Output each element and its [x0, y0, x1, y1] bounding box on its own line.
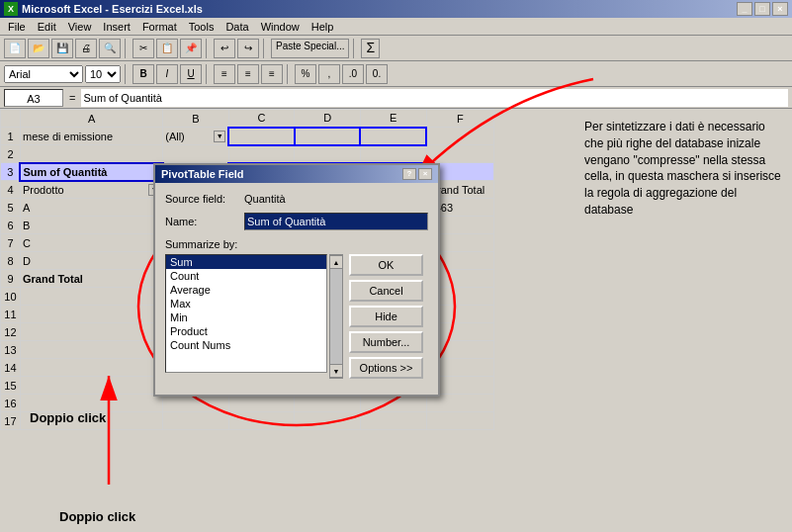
number-button[interactable]: Number... — [349, 331, 423, 353]
font-toolbar: Arial 10 B I U ≡ ≡ ≡ % , .0 0. — [0, 61, 792, 87]
percent-btn[interactable]: % — [295, 64, 316, 84]
sep3 — [263, 39, 267, 58]
align-right-btn[interactable]: ≡ — [261, 64, 283, 84]
menu-file[interactable]: File — [2, 20, 32, 34]
window-controls: _ □ × — [737, 2, 788, 16]
col-b-header[interactable]: B — [163, 110, 229, 128]
cell-b2[interactable] — [163, 145, 229, 163]
align-left-btn[interactable]: ≡ — [214, 64, 235, 84]
scroll-down-arrow[interactable]: ▼ — [329, 364, 343, 378]
cell-a6[interactable]: B — [20, 217, 162, 234]
col-d-header[interactable]: D — [295, 110, 361, 128]
italic-btn[interactable]: I — [156, 64, 178, 84]
print-btn[interactable]: 🖨 — [75, 39, 97, 58]
cell-a8[interactable]: D — [20, 252, 162, 270]
cell-e2[interactable] — [360, 145, 426, 163]
row-8-header: 8 — [1, 252, 21, 270]
options-button[interactable]: Options >> — [349, 357, 423, 379]
menu-help[interactable]: Help — [306, 20, 340, 34]
summarize-listbox[interactable]: Sum Count Average Max Min Product Count … — [165, 254, 327, 373]
dialog-title-text: PivotTable Field — [161, 168, 244, 180]
menu-edit[interactable]: Edit — [32, 20, 62, 34]
dialog-title-bar: PivotTable Field ? × — [155, 165, 438, 183]
doppio-click-label: Doppio click — [59, 509, 135, 524]
cell-b1[interactable]: (All) ▼ — [163, 128, 229, 145]
underline-btn[interactable]: U — [180, 64, 202, 84]
col-a-header[interactable]: A — [20, 110, 162, 128]
corner-header — [1, 110, 21, 128]
dialog-close-btn[interactable]: × — [418, 168, 432, 180]
sigma-btn[interactable]: Σ — [361, 39, 380, 58]
source-field-value: Quantità — [244, 193, 428, 205]
preview-btn[interactable]: 🔍 — [99, 39, 121, 58]
list-item-sum[interactable]: Sum — [166, 255, 326, 269]
open-btn[interactable]: 📂 — [28, 39, 49, 58]
cell-a3[interactable]: Sum of Quantità — [20, 163, 162, 181]
bold-btn[interactable]: B — [132, 64, 154, 84]
cell-d2[interactable] — [295, 145, 361, 163]
menu-format[interactable]: Format — [136, 20, 183, 34]
list-item-max[interactable]: Max — [166, 297, 326, 310]
dialog-title-controls: ? × — [402, 168, 432, 180]
cell-c1[interactable] — [228, 128, 295, 145]
redo-btn[interactable]: ↪ — [237, 39, 259, 58]
list-item-min[interactable]: Min — [166, 310, 326, 324]
cell-d1[interactable] — [295, 128, 361, 145]
cell-f2[interactable] — [426, 145, 493, 163]
col-e-header[interactable]: E — [360, 110, 426, 128]
name-input[interactable] — [244, 213, 428, 230]
list-item-average[interactable]: Average — [166, 283, 326, 297]
new-btn[interactable]: 📄 — [4, 39, 26, 58]
dropdown-arrow-b1[interactable]: ▼ — [214, 131, 225, 142]
cell-a7[interactable]: C — [20, 234, 162, 252]
menu-window[interactable]: Window — [255, 20, 306, 34]
list-item-count[interactable]: Count — [166, 269, 326, 283]
formula-eq: = — [63, 92, 81, 104]
maximize-btn[interactable]: □ — [754, 2, 770, 16]
paste-special-btn[interactable]: Paste Special... — [271, 39, 349, 58]
cell-a4[interactable]: Prodotto ▼ — [20, 181, 162, 199]
copy-btn[interactable]: 📋 — [156, 39, 178, 58]
close-btn[interactable]: × — [772, 2, 788, 16]
name-row: Name: — [165, 213, 428, 230]
row-3-header: 3 — [1, 163, 21, 181]
ok-button[interactable]: OK — [349, 254, 423, 276]
undo-btn[interactable]: ↩ — [214, 39, 235, 58]
align-center-btn[interactable]: ≡ — [237, 64, 259, 84]
increase-decimal-btn[interactable]: .0 — [342, 64, 364, 84]
save-btn[interactable]: 💾 — [51, 39, 73, 58]
cut-btn[interactable]: ✂ — [132, 39, 154, 58]
scroll-up-arrow[interactable]: ▲ — [329, 255, 343, 269]
cancel-button[interactable]: Cancel — [349, 280, 423, 302]
sep2 — [206, 39, 210, 58]
thousands-btn[interactable]: , — [318, 64, 340, 84]
row-4-header: 4 — [1, 181, 21, 199]
menu-insert[interactable]: Insert — [97, 20, 136, 34]
list-item-product[interactable]: Product — [166, 324, 326, 338]
cell-c2[interactable] — [228, 145, 295, 163]
minimize-btn[interactable]: _ — [737, 2, 752, 16]
cell-a2[interactable] — [20, 145, 162, 163]
formula-input[interactable] — [81, 89, 788, 107]
dialog-help-btn[interactable]: ? — [402, 168, 416, 180]
cell-a5[interactable]: A — [20, 199, 162, 217]
hide-button[interactable]: Hide — [349, 306, 423, 327]
cell-a9[interactable]: Grand Total — [20, 270, 162, 288]
name-box[interactable]: A3 — [4, 89, 63, 107]
menu-data[interactable]: Data — [220, 20, 254, 34]
menu-view[interactable]: View — [62, 20, 98, 34]
col-c-header[interactable]: C — [228, 110, 295, 128]
listbox-scrollbar[interactable]: ▲ ▼ — [329, 254, 343, 379]
size-select[interactable]: 10 — [85, 65, 121, 83]
list-item-countnums[interactable]: Count Nums — [166, 338, 326, 352]
font-select[interactable]: Arial — [4, 65, 83, 83]
col-f-header[interactable]: F — [426, 110, 493, 128]
cell-a1[interactable]: mese di emissione — [20, 128, 162, 145]
cell-e1[interactable] — [360, 128, 426, 145]
cell-f1[interactable] — [426, 128, 493, 145]
paste-btn[interactable]: 📌 — [180, 39, 202, 58]
decrease-decimal-btn[interactable]: 0. — [366, 64, 388, 84]
pivot-dialog: PivotTable Field ? × Source field: Quant… — [153, 163, 440, 397]
main-wrapper: A B C D E F 1 mese di emissione — [0, 109, 792, 430]
menu-tools[interactable]: Tools — [183, 20, 220, 34]
